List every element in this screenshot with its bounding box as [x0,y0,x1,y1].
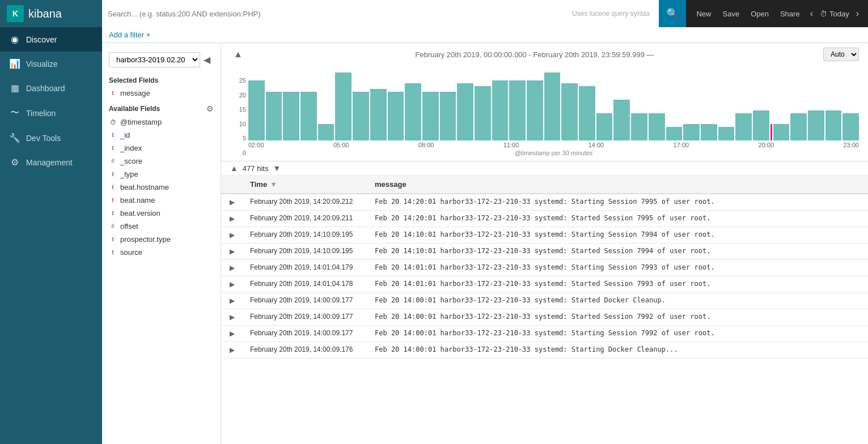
table-row: ▶ February 20th 2019, 14:00:09.176 Feb 2… [221,342,868,358]
chart-bar[interactable] [527,80,543,140]
field-item-beat-version[interactable]: t beat.version [102,207,221,220]
field-name-offset: offset [120,222,138,230]
chart-bar[interactable] [718,127,735,140]
chart-bar[interactable] [701,124,717,140]
time-cell: February 20th 2019, 14:20:09.212 [243,194,368,211]
chart-bar[interactable] [353,92,369,140]
chart-bar[interactable] [842,113,859,140]
index-pattern-dropdown[interactable]: harbor33-2019.02.20 [109,52,200,67]
table-row: ▶ February 20th 2019, 14:10:09.195 Feb 2… [221,227,868,244]
chart-bar[interactable] [318,124,335,140]
field-item-id[interactable]: t _id [102,129,221,142]
sidebar-item-management[interactable]: ⚙ Management [0,150,102,174]
chart-bar[interactable] [735,113,752,140]
chart-bar[interactable] [283,92,299,140]
chart-bar[interactable] [266,92,282,140]
expand-row-button[interactable]: ▶ [228,280,236,289]
collapse-panel-button[interactable]: ◀ [200,53,214,66]
chart-bar[interactable] [440,92,456,140]
chart-bar[interactable] [509,80,526,140]
field-item-offset[interactable]: # offset [102,220,221,233]
chart-bar[interactable] [808,110,824,140]
time-column-header[interactable]: Time ▾ [243,176,368,194]
field-item-timestamp[interactable]: ⏱ @timestamp [102,116,221,129]
chart-bar[interactable] [753,110,769,140]
scroll-up-button[interactable]: ▲ [230,164,238,173]
chart-bar[interactable] [248,80,265,140]
expand-row-button[interactable]: ▶ [228,230,236,240]
chart-bar[interactable] [544,72,561,140]
expand-cell: ▶ [221,211,243,227]
table-row: ▶ February 20th 2019, 14:20:09.212 Feb 2… [221,194,868,211]
chart-bar[interactable] [790,113,807,140]
save-button[interactable]: Save [719,7,743,20]
expand-row-button[interactable]: ▶ [228,296,236,305]
chart-bar[interactable] [300,92,317,140]
chart-bar[interactable] [773,124,790,140]
field-item-score[interactable]: # _score [102,155,221,168]
chart-bar[interactable] [475,86,491,140]
chart-bar[interactable] [405,83,421,140]
chart-area: 25 20 15 10 5 0 02:00 05:00 [230,66,859,156]
expand-row-button[interactable]: ▶ [228,329,236,338]
chart-bar[interactable] [649,113,665,140]
table-row: ▶ February 20th 2019, 14:10:09.195 Feb 2… [221,244,868,260]
sidebar-item-timelion[interactable]: 〜 Timelion [0,100,102,126]
expand-row-button[interactable]: ▶ [228,345,236,355]
message-cell: Feb 20 14:00:01 harbor33-172-23-210-33 s… [368,326,868,342]
chart-bar[interactable] [335,72,352,140]
time-cell: February 20th 2019, 14:00:09.176 [243,342,368,358]
sidebar-item-devtools[interactable]: 🔧 Dev Tools [0,126,102,150]
chart-bar[interactable] [457,83,473,140]
available-fields-title: Available Fields [109,105,160,113]
search-button[interactable]: 🔍 [659,0,686,27]
chart-collapse-button[interactable]: ▲ [230,48,246,61]
new-button[interactable]: New [693,7,714,20]
expand-row-button[interactable]: ▶ [228,247,236,256]
chart-bar[interactable] [561,83,578,140]
chart-bar[interactable] [825,110,842,140]
field-item-type[interactable]: t _type [102,168,221,181]
add-filter-button[interactable]: Add a filter + [109,31,150,39]
field-item-index[interactable]: t _index [102,142,221,155]
time-cell: February 20th 2019, 14:00:09.177 [243,326,368,342]
field-item-beat-hostname[interactable]: t beat.hostname [102,181,221,194]
chart-bar[interactable] [613,100,630,140]
chart-bar[interactable] [492,80,509,140]
field-name-message: message [120,89,150,97]
open-button[interactable]: Open [747,7,772,20]
sidebar-item-dashboard[interactable]: ▦ Dashboard [0,76,102,100]
chart-bar[interactable] [770,124,772,140]
message-cell: Feb 20 14:00:01 harbor33-172-23-210-33 s… [368,309,868,326]
share-button[interactable]: Share [777,7,803,20]
expand-row-button[interactable]: ▶ [228,214,236,223]
chart-bar[interactable] [370,89,387,140]
chart-bar[interactable] [631,113,647,140]
search-input[interactable] [108,10,572,18]
sidebar-item-visualize[interactable]: 📊 Visualize [0,52,102,76]
field-item-prospector-type[interactable]: t prospector.type [102,233,221,246]
auto-interval-select[interactable]: Auto [823,48,859,61]
expand-cell: ▶ [221,309,243,326]
fields-gear-button[interactable]: ⚙ [206,104,214,113]
message-cell: Feb 20 14:01:01 harbor33-172-23-210-33 s… [368,260,868,276]
chart-bar[interactable] [422,92,439,140]
expand-row-button[interactable]: ▶ [228,198,236,207]
sidebar-item-discover[interactable]: ◉ Discover [0,27,102,52]
field-item-message[interactable]: t message [102,87,221,100]
chart-bar[interactable] [683,124,700,140]
chart-bar[interactable] [596,113,613,140]
field-item-source[interactable]: t source [102,246,221,259]
expand-row-button[interactable]: ▶ [228,263,236,272]
chart-container: ▲ February 20th 2019, 00:00:00.000 - Feb… [221,43,868,161]
field-item-beat-name[interactable]: t beat.name [102,194,221,207]
prev-time-button[interactable]: ‹ [808,7,815,20]
chart-bar[interactable] [666,127,683,140]
chart-bar[interactable] [579,86,595,140]
scroll-down-button[interactable]: ▼ [273,164,281,173]
visualize-icon: 📊 [9,58,20,69]
timelion-icon: 〜 [9,107,20,119]
expand-row-button[interactable]: ▶ [228,313,236,322]
next-time-button[interactable]: › [854,7,861,20]
chart-bar[interactable] [388,92,404,140]
